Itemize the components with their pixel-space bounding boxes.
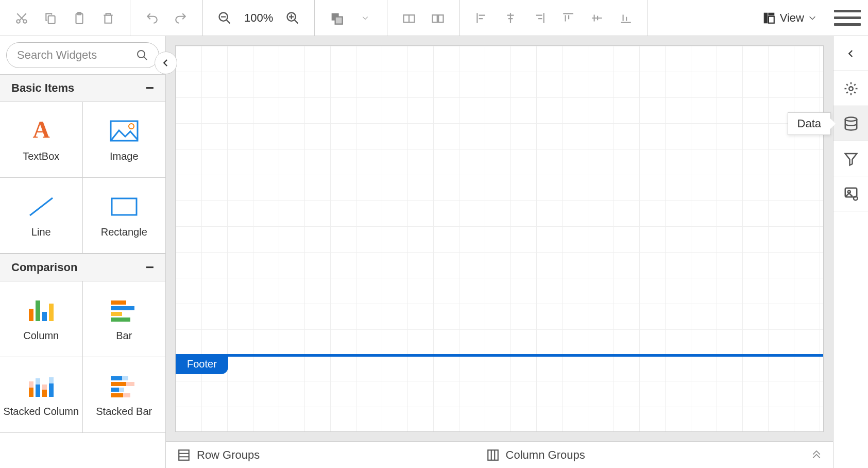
svg-rect-33 — [42, 390, 47, 397]
redo-button[interactable] — [168, 6, 193, 30]
filter-button[interactable] — [833, 141, 868, 176]
stacked-bar-icon — [110, 373, 139, 399]
svg-rect-12 — [764, 13, 768, 23]
collapse-sidebar-button[interactable] — [155, 52, 177, 74]
image-settings-button[interactable] — [833, 176, 868, 211]
layer-dropdown-icon[interactable] — [353, 6, 378, 30]
bar-chart-icon — [110, 297, 139, 324]
svg-point-51 — [854, 196, 858, 200]
footer-section-tag[interactable]: Footer — [176, 354, 228, 374]
chevron-up-double-icon — [811, 448, 822, 459]
stacked-column-icon — [27, 373, 56, 399]
align-top-button[interactable] — [556, 6, 581, 30]
properties-button[interactable] — [833, 71, 868, 106]
gear-icon — [843, 81, 859, 96]
layer-group — [315, 0, 387, 36]
canvas-area: Footer Row Groups Column Groups — [166, 36, 833, 468]
svg-rect-23 — [42, 312, 47, 321]
history-group — [130, 0, 203, 36]
align-right-button[interactable] — [527, 6, 552, 30]
svg-rect-10 — [433, 15, 437, 22]
rectangle-icon — [110, 193, 139, 220]
svg-rect-2 — [48, 15, 55, 23]
collapse-right-button[interactable] — [833, 36, 868, 71]
delete-button[interactable] — [96, 6, 121, 30]
group-button[interactable] — [397, 6, 421, 30]
zoom-group: 100% — [203, 0, 315, 36]
svg-point-18 — [129, 124, 134, 129]
column-groups-label[interactable]: Column Groups — [475, 448, 585, 462]
clipboard-group — [0, 0, 130, 36]
widget-textbox[interactable]: A TextBox — [0, 102, 83, 178]
section-comparison[interactable]: Comparison − — [0, 254, 165, 281]
svg-rect-8 — [335, 16, 343, 24]
svg-rect-39 — [111, 382, 126, 386]
svg-rect-30 — [29, 381, 33, 388]
svg-rect-46 — [488, 450, 498, 460]
groups-bar: Row Groups Column Groups — [166, 441, 833, 468]
filter-icon — [843, 151, 859, 166]
svg-rect-37 — [111, 376, 122, 380]
row-groups-label[interactable]: Row Groups — [166, 448, 260, 462]
svg-rect-13 — [769, 13, 774, 15]
svg-rect-20 — [112, 198, 137, 215]
svg-rect-24 — [49, 304, 54, 321]
row-groups-icon — [177, 448, 191, 462]
svg-rect-34 — [42, 385, 47, 390]
footer-divider[interactable] — [176, 354, 823, 357]
svg-rect-28 — [111, 317, 130, 322]
data-button[interactable]: Data — [833, 106, 868, 141]
svg-rect-45 — [179, 450, 189, 460]
view-dropdown[interactable]: View — [752, 11, 827, 25]
copy-button[interactable] — [38, 6, 63, 30]
search-icon — [136, 49, 148, 61]
align-left-button[interactable] — [469, 6, 494, 30]
image-gear-icon — [843, 186, 859, 202]
svg-rect-26 — [111, 306, 134, 310]
svg-rect-25 — [111, 300, 126, 305]
zoom-in-button[interactable] — [280, 6, 305, 30]
widget-rectangle[interactable]: Rectangle — [83, 178, 166, 254]
design-canvas[interactable]: Footer — [175, 45, 824, 432]
paste-button[interactable] — [67, 6, 92, 30]
section-title: Basic Items — [11, 81, 74, 95]
widgets-sidebar: Search Widgets Basic Items − A TextBox I… — [0, 36, 166, 468]
widget-stacked-bar[interactable]: Stacked Bar — [83, 357, 166, 433]
widget-image[interactable]: Image — [83, 102, 166, 178]
section-basic-items[interactable]: Basic Items − — [0, 74, 165, 102]
cut-button[interactable] — [9, 6, 34, 30]
align-middle-button[interactable] — [585, 6, 609, 30]
right-sidebar: Data — [833, 36, 868, 468]
widget-column[interactable]: Column — [0, 281, 83, 357]
svg-line-19 — [30, 198, 53, 215]
svg-rect-42 — [119, 388, 124, 392]
svg-rect-27 — [111, 312, 122, 316]
svg-rect-22 — [36, 300, 40, 321]
column-chart-icon — [27, 297, 56, 324]
top-toolbar: 100% View — [0, 0, 868, 36]
collapse-icon: − — [146, 80, 154, 96]
data-tooltip: Data — [788, 112, 831, 135]
expand-groups-button[interactable] — [800, 448, 833, 462]
database-icon — [843, 116, 859, 131]
svg-rect-36 — [49, 377, 54, 383]
widget-bar[interactable]: Bar — [83, 281, 166, 357]
image-icon — [110, 118, 139, 144]
align-center-button[interactable] — [498, 6, 523, 30]
align-group — [460, 0, 648, 36]
svg-rect-14 — [769, 16, 774, 23]
search-widgets-input[interactable]: Search Widgets — [6, 42, 159, 68]
svg-rect-44 — [123, 393, 130, 397]
ungroup-button[interactable] — [426, 6, 450, 30]
zoom-out-button[interactable] — [212, 6, 237, 30]
chevron-down-icon — [808, 14, 816, 22]
send-backward-button[interactable] — [324, 6, 349, 30]
menu-button[interactable] — [834, 5, 861, 31]
widget-stacked-column[interactable]: Stacked Column — [0, 357, 83, 433]
undo-button[interactable] — [140, 6, 164, 30]
zoom-level: 100% — [244, 11, 273, 25]
svg-rect-43 — [111, 393, 123, 397]
widget-line[interactable]: Line — [0, 178, 83, 254]
svg-rect-40 — [126, 382, 134, 386]
align-bottom-button[interactable] — [614, 6, 638, 30]
